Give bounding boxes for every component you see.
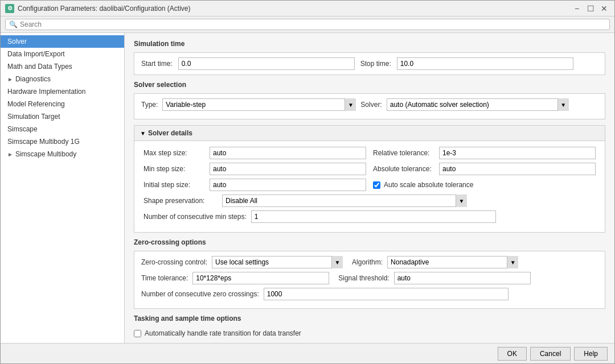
auto-rate-label: Automatically handle rate transition for… [145, 329, 301, 337]
solver-select[interactable]: auto (Automatic solver selection) [387, 98, 569, 111]
expand-arrow-icon: ► [7, 151, 13, 158]
sidebar-item-data-import-export[interactable]: Data Import/Export [1, 48, 124, 60]
titlebar-left: ⚙ Configuration Parameters: daolibai/Con… [5, 4, 191, 13]
auto-scale-label: Auto scale absolute tolerance [384, 181, 473, 189]
sidebar-item-label: Diagnostics [15, 75, 51, 83]
sidebar-item-model-referencing[interactable]: Model Referencing [1, 98, 124, 110]
max-step-label: Max step size: [144, 149, 206, 157]
min-step-label: Min step size: [144, 165, 206, 173]
initial-step-input[interactable] [210, 179, 366, 191]
sidebar-item-hardware-impl[interactable]: Hardware Implementation [1, 85, 124, 98]
help-button[interactable]: Help [574, 347, 608, 361]
solver-selection-section: Solver selection Type: Variable-step ▼ S… [134, 81, 605, 119]
solver-details-header[interactable]: ▼ Solver details [134, 126, 605, 141]
window-title: Configuration Parameters: daolibai/Confi… [18, 5, 191, 13]
absolute-tol-row: Absolute tolerance: [373, 163, 596, 175]
zc-control-row: Zero-crossing control: Use local setting… [141, 256, 598, 268]
zero-crossing-title: Zero-crossing options [134, 238, 605, 246]
sidebar-item-label: Simscape Multibody 1G [7, 138, 80, 146]
algorithm-select[interactable]: Nonadaptive [387, 256, 518, 268]
absolute-tol-label: Absolute tolerance: [373, 165, 436, 173]
solver-selection-title: Solver selection [134, 81, 605, 89]
solver-label: Solver: [360, 101, 382, 109]
signal-threshold-label: Signal threshold: [338, 274, 389, 282]
type-select-wrap: Variable-step ▼ [162, 98, 356, 111]
sidebar-item-simulation-target[interactable]: Simulation Target [1, 110, 124, 123]
absolute-tol-input[interactable] [439, 163, 596, 175]
search-input[interactable] [20, 20, 122, 28]
sidebar-item-label: Simscape Multibody [15, 150, 76, 158]
main-content: Solver Data Import/Export Math and Data … [1, 33, 614, 343]
collapse-arrow-icon: ▼ [140, 130, 146, 136]
sidebar-item-label: Data Import/Export [7, 50, 65, 58]
close-button[interactable]: ✕ [598, 3, 610, 14]
initial-step-row: Initial step size: [144, 179, 366, 191]
zc-control-wrap: Use local settings ▼ [212, 256, 343, 268]
app-icon: ⚙ [5, 4, 14, 13]
signal-threshold-input[interactable] [394, 272, 531, 284]
sidebar-item-simscape-multibody[interactable]: ► Simscape Multibody [1, 148, 124, 160]
auto-rate-checkbox[interactable] [134, 330, 141, 337]
simulation-time-row: Start time: Stop time: [141, 57, 598, 70]
sidebar-item-label: Math and Data Types [7, 63, 72, 71]
solver-select-wrap: auto (Automatic solver selection) ▼ [387, 98, 569, 111]
consecutive-min-row: Number of consecutive min steps: [144, 210, 596, 223]
tasking-section: Tasking and sample time options Automati… [134, 315, 605, 340]
content-area: Simulation time Start time: Stop time: S… [125, 33, 614, 343]
search-input-wrap: 🔍 [5, 19, 610, 30]
relative-tol-label: Relative tolerance: [373, 149, 436, 157]
solver-details-title: Solver details [148, 129, 192, 137]
auto-scale-row: Auto scale absolute tolerance [373, 179, 596, 191]
ok-button[interactable]: OK [498, 347, 527, 361]
consecutive-min-label: Number of consecutive min steps: [144, 213, 247, 221]
search-icon: 🔍 [9, 20, 18, 28]
sidebar-item-math-data-types[interactable]: Math and Data Types [1, 60, 124, 73]
titlebar-controls: − ☐ ✕ [571, 3, 610, 14]
tasking-title: Tasking and sample time options [134, 315, 605, 322]
shape-preservation-select[interactable]: Disable All [222, 195, 467, 207]
maximize-button[interactable]: ☐ [585, 3, 596, 14]
zc-consec-row: Number of consecutive zero crossings: [141, 288, 598, 300]
stop-time-input[interactable] [397, 57, 573, 70]
sidebar-item-solver[interactable]: Solver [1, 35, 124, 48]
shape-preservation-row: Shape preservation: Disable All ▼ [144, 195, 596, 207]
max-step-input[interactable] [210, 147, 366, 159]
auto-scale-checkbox[interactable] [373, 181, 380, 189]
shape-preservation-label: Shape preservation: [144, 197, 218, 205]
max-step-row: Max step size: [144, 147, 366, 159]
min-step-input[interactable] [210, 163, 366, 175]
cancel-button[interactable]: Cancel [530, 347, 571, 361]
type-select[interactable]: Variable-step [162, 98, 356, 111]
start-time-input[interactable] [178, 57, 355, 70]
sidebar: Solver Data Import/Export Math and Data … [1, 33, 125, 343]
sidebar-item-label: Simscape [7, 125, 38, 133]
type-label: Type: [141, 101, 158, 109]
sidebar-item-diagnostics[interactable]: ► Diagnostics [1, 73, 124, 85]
zc-control-select[interactable]: Use local settings [212, 256, 343, 268]
time-tol-label: Time tolerance: [141, 274, 188, 282]
stop-time-label: Stop time: [360, 60, 391, 68]
zc-time-tol-row: Time tolerance: Signal threshold: [141, 272, 598, 284]
simulation-time-section: Simulation time Start time: Stop time: [134, 40, 605, 75]
relative-tol-input[interactable] [439, 147, 596, 159]
consecutive-min-input[interactable] [251, 210, 496, 223]
expand-arrow-icon: ► [7, 76, 13, 82]
zc-control-label: Zero-crossing control: [141, 258, 207, 266]
minimize-button[interactable]: − [571, 3, 583, 14]
algorithm-select-wrap: Nonadaptive ▼ [387, 256, 518, 268]
algorithm-label: Algorithm: [352, 258, 383, 266]
initial-step-label: Initial step size: [144, 181, 206, 189]
sidebar-item-simscape-1g[interactable]: Simscape Multibody 1G [1, 135, 124, 148]
footer: OK Cancel Help [1, 343, 614, 363]
auto-rate-row: Automatically handle rate transition for… [134, 329, 605, 337]
relative-tol-row: Relative tolerance: [373, 147, 596, 159]
time-tol-input[interactable] [192, 272, 329, 284]
sidebar-item-simscape[interactable]: Simscape [1, 123, 124, 135]
consec-zero-input[interactable] [264, 288, 509, 300]
min-step-row: Min step size: [144, 163, 366, 175]
sidebar-item-label: Hardware Implementation [7, 88, 85, 96]
solver-type-row: Type: Variable-step ▼ Solver: auto (Auto… [141, 98, 598, 111]
start-time-label: Start time: [141, 60, 173, 68]
sidebar-item-label: Model Referencing [7, 100, 65, 108]
solver-details-body: Max step size: Relative tolerance: Min s… [134, 141, 605, 232]
